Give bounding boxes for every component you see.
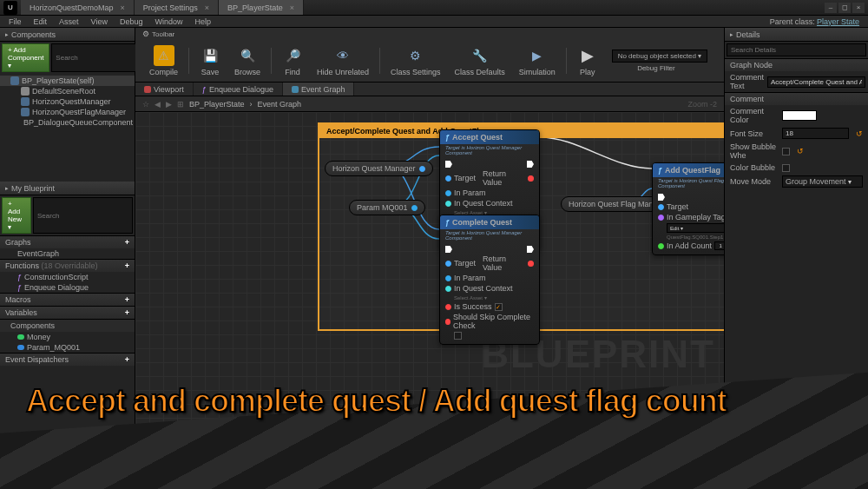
fn-enqueue-dialogue[interactable]: ƒEnqueue Dialogue bbox=[0, 282, 135, 293]
hide-unrelated-button[interactable]: 👁Hide Unrelated bbox=[310, 43, 376, 78]
class-settings-button[interactable]: ⚙Class Settings bbox=[384, 43, 448, 78]
section-macros[interactable]: Macros+ bbox=[0, 293, 135, 306]
exec-in-pin[interactable] bbox=[445, 161, 452, 168]
reset-icon[interactable]: ↺ bbox=[856, 129, 863, 138]
var-money[interactable]: Money bbox=[0, 332, 135, 342]
tag-dropdown[interactable]: Edit ▾ bbox=[667, 223, 724, 233]
movemode-dropdown[interactable]: Group Movement ▾ bbox=[782, 175, 863, 188]
forward-icon[interactable]: ▶ bbox=[166, 100, 172, 109]
section-comment[interactable]: Comment bbox=[725, 92, 868, 105]
return-pin[interactable] bbox=[528, 175, 534, 182]
target-pin[interactable] bbox=[658, 204, 664, 210]
tag-pin[interactable] bbox=[658, 215, 664, 221]
component-questflag-manager[interactable]: HorizonQuestFlagManager bbox=[0, 107, 135, 117]
count-input[interactable]: 1 bbox=[714, 241, 724, 250]
output-pin[interactable] bbox=[419, 166, 425, 172]
comment-text-input[interactable] bbox=[767, 76, 865, 88]
int-pin[interactable] bbox=[658, 243, 664, 249]
menu-help[interactable]: Help bbox=[189, 17, 216, 27]
subtab-eventgraph[interactable]: Event Graph bbox=[283, 83, 355, 96]
add-icon[interactable]: + bbox=[125, 355, 129, 364]
target-pin[interactable] bbox=[445, 261, 451, 267]
browse-button[interactable]: 🔍Browse bbox=[227, 43, 267, 78]
add-component-button[interactable]: + Add Component ▾ bbox=[2, 43, 49, 72]
maximize-button[interactable]: ◻ bbox=[838, 3, 851, 13]
inparam-pin[interactable] bbox=[445, 275, 451, 281]
bubble-checkbox[interactable] bbox=[782, 148, 790, 155]
close-button[interactable]: × bbox=[852, 3, 865, 13]
section-graphs[interactable]: Graphs+ bbox=[0, 235, 135, 248]
context-pin[interactable] bbox=[445, 286, 451, 292]
menu-window[interactable]: Window bbox=[149, 17, 187, 27]
section-graph-node[interactable]: Graph Node bbox=[725, 58, 868, 71]
add-icon[interactable]: + bbox=[125, 261, 129, 270]
breadcrumb-leaf[interactable]: Event Graph bbox=[258, 100, 302, 109]
component-root[interactable]: BP_PlayerState(self) bbox=[0, 76, 135, 86]
section-functions[interactable]: Functions (18 Overridable)+ bbox=[0, 259, 135, 272]
reset-icon[interactable]: ↺ bbox=[797, 147, 804, 155]
graph-eventgraph[interactable]: EventGraph bbox=[0, 248, 135, 259]
fontsize-input[interactable] bbox=[782, 128, 849, 139]
target-pin[interactable] bbox=[445, 175, 451, 182]
colorbubble-checkbox[interactable] bbox=[782, 164, 790, 172]
add-icon[interactable]: + bbox=[125, 308, 129, 317]
exec-out-pin[interactable] bbox=[527, 246, 534, 253]
inparam-pin[interactable] bbox=[445, 190, 451, 196]
add-new-button[interactable]: + Add New ▾ bbox=[2, 197, 31, 234]
details-search[interactable] bbox=[727, 43, 866, 56]
find-button[interactable]: 🔎Find bbox=[275, 43, 310, 78]
play-button[interactable]: ▶Play bbox=[570, 43, 605, 78]
tab-bpplayerstate[interactable]: BP_PlayerState× bbox=[219, 0, 304, 15]
menu-asset[interactable]: Asset bbox=[54, 17, 84, 27]
component-quest-manager[interactable]: HorizonQuestManager bbox=[0, 96, 135, 107]
context-pin[interactable] bbox=[445, 201, 451, 207]
fn-constructionscript[interactable]: ƒConstructionScript bbox=[0, 272, 135, 282]
add-icon[interactable]: + bbox=[125, 238, 129, 247]
star-icon[interactable]: ☆ bbox=[142, 100, 149, 109]
back-icon[interactable]: ◀ bbox=[155, 100, 161, 109]
breadcrumb-root[interactable]: BP_PlayerState bbox=[189, 100, 245, 109]
menu-file[interactable]: File bbox=[3, 17, 27, 27]
save-button[interactable]: 💾Save bbox=[193, 43, 227, 78]
class-defaults-button[interactable]: 🔧Class Defaults bbox=[448, 43, 512, 78]
exec-in-pin[interactable] bbox=[658, 194, 665, 201]
exec-in-pin[interactable] bbox=[445, 246, 452, 253]
parent-class-link[interactable]: Player State bbox=[817, 17, 859, 26]
subtab-enqueue[interactable]: ƒEnqueue Dialogue bbox=[194, 83, 283, 96]
menu-edit[interactable]: Edit bbox=[29, 17, 53, 27]
section-variables[interactable]: Variables+ bbox=[0, 306, 135, 319]
menu-debug[interactable]: Debug bbox=[115, 17, 148, 27]
node-add-questflag[interactable]: ƒAdd QuestFlag Target is Horizon Quest F… bbox=[652, 162, 724, 255]
close-icon[interactable]: × bbox=[290, 3, 294, 12]
section-dispatchers[interactable]: Event Dispatchers+ bbox=[0, 353, 135, 366]
output-pin[interactable] bbox=[411, 205, 418, 211]
minimize-button[interactable]: – bbox=[825, 3, 837, 13]
menu-view[interactable]: View bbox=[86, 17, 113, 27]
myblueprint-header[interactable]: My Blueprint bbox=[0, 182, 135, 195]
compile-button[interactable]: ⚠Compile bbox=[142, 43, 185, 78]
section-components-vars[interactable]: Components bbox=[0, 319, 135, 332]
node-complete-quest[interactable]: ƒComplete Quest Target is Horizon Quest … bbox=[439, 215, 540, 345]
debug-object-select[interactable]: No debug object selected ▾ bbox=[612, 50, 708, 63]
ref-node-quest-manager[interactable]: Horizon Quest Manager bbox=[325, 161, 433, 176]
tab-demomap[interactable]: HorizonQuestDemoMap× bbox=[21, 0, 135, 15]
component-scene-root[interactable]: DefaultSceneRoot bbox=[0, 86, 135, 96]
component-dialogue-queue[interactable]: BP_DialogueQueueComponent bbox=[0, 117, 135, 128]
close-icon[interactable]: × bbox=[205, 3, 209, 12]
exec-out-pin[interactable] bbox=[527, 161, 534, 168]
bool-pin[interactable] bbox=[445, 319, 450, 325]
close-icon[interactable]: × bbox=[121, 3, 125, 12]
components-header[interactable]: Components bbox=[0, 28, 135, 42]
bool-pin[interactable] bbox=[445, 304, 451, 310]
add-icon[interactable]: + bbox=[125, 295, 129, 304]
comment-color-swatch[interactable] bbox=[782, 110, 817, 121]
myblueprint-search[interactable] bbox=[33, 197, 133, 234]
tab-projectsettings[interactable]: Project Settings× bbox=[135, 0, 219, 15]
return-pin[interactable] bbox=[528, 261, 534, 267]
details-header[interactable]: Details bbox=[725, 28, 868, 42]
ref-node-param[interactable]: Param MQ001 bbox=[349, 200, 425, 215]
skip-checkbox[interactable] bbox=[454, 332, 462, 340]
success-checkbox[interactable] bbox=[495, 303, 503, 311]
simulation-button[interactable]: ▶Simulation bbox=[512, 43, 562, 78]
var-param-mq001[interactable]: Param_MQ001 bbox=[0, 342, 135, 353]
